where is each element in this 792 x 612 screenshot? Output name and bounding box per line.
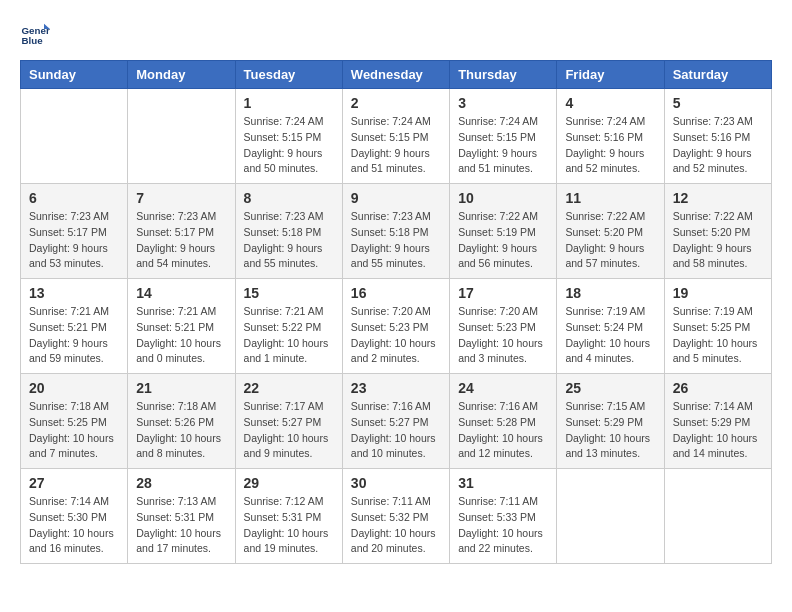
day-number: 6: [29, 190, 119, 206]
day-number: 12: [673, 190, 763, 206]
day-number: 22: [244, 380, 334, 396]
day-number: 26: [673, 380, 763, 396]
day-info: Sunrise: 7:12 AM Sunset: 5:31 PM Dayligh…: [244, 494, 334, 557]
calendar-week-5: 27Sunrise: 7:14 AM Sunset: 5:30 PM Dayli…: [21, 469, 772, 564]
calendar-cell: 15Sunrise: 7:21 AM Sunset: 5:22 PM Dayli…: [235, 279, 342, 374]
day-info: Sunrise: 7:20 AM Sunset: 5:23 PM Dayligh…: [458, 304, 548, 367]
day-number: 14: [136, 285, 226, 301]
day-number: 4: [565, 95, 655, 111]
day-number: 10: [458, 190, 548, 206]
calendar-week-2: 6Sunrise: 7:23 AM Sunset: 5:17 PM Daylig…: [21, 184, 772, 279]
day-info: Sunrise: 7:20 AM Sunset: 5:23 PM Dayligh…: [351, 304, 441, 367]
calendar-cell: 19Sunrise: 7:19 AM Sunset: 5:25 PM Dayli…: [664, 279, 771, 374]
day-info: Sunrise: 7:22 AM Sunset: 5:19 PM Dayligh…: [458, 209, 548, 272]
calendar-cell: 7Sunrise: 7:23 AM Sunset: 5:17 PM Daylig…: [128, 184, 235, 279]
day-number: 15: [244, 285, 334, 301]
col-header-tuesday: Tuesday: [235, 61, 342, 89]
day-number: 25: [565, 380, 655, 396]
day-info: Sunrise: 7:24 AM Sunset: 5:16 PM Dayligh…: [565, 114, 655, 177]
calendar-cell: 25Sunrise: 7:15 AM Sunset: 5:29 PM Dayli…: [557, 374, 664, 469]
day-info: Sunrise: 7:23 AM Sunset: 5:17 PM Dayligh…: [29, 209, 119, 272]
col-header-wednesday: Wednesday: [342, 61, 449, 89]
day-number: 17: [458, 285, 548, 301]
calendar-cell: 10Sunrise: 7:22 AM Sunset: 5:19 PM Dayli…: [450, 184, 557, 279]
day-number: 1: [244, 95, 334, 111]
calendar-cell: 14Sunrise: 7:21 AM Sunset: 5:21 PM Dayli…: [128, 279, 235, 374]
calendar-cell: 27Sunrise: 7:14 AM Sunset: 5:30 PM Dayli…: [21, 469, 128, 564]
day-number: 5: [673, 95, 763, 111]
day-info: Sunrise: 7:14 AM Sunset: 5:30 PM Dayligh…: [29, 494, 119, 557]
calendar-cell: 1Sunrise: 7:24 AM Sunset: 5:15 PM Daylig…: [235, 89, 342, 184]
calendar-cell: 13Sunrise: 7:21 AM Sunset: 5:21 PM Dayli…: [21, 279, 128, 374]
calendar-cell: 3Sunrise: 7:24 AM Sunset: 5:15 PM Daylig…: [450, 89, 557, 184]
day-number: 24: [458, 380, 548, 396]
calendar-cell: 11Sunrise: 7:22 AM Sunset: 5:20 PM Dayli…: [557, 184, 664, 279]
day-info: Sunrise: 7:21 AM Sunset: 5:21 PM Dayligh…: [136, 304, 226, 367]
col-header-saturday: Saturday: [664, 61, 771, 89]
day-info: Sunrise: 7:19 AM Sunset: 5:24 PM Dayligh…: [565, 304, 655, 367]
calendar-cell: 9Sunrise: 7:23 AM Sunset: 5:18 PM Daylig…: [342, 184, 449, 279]
day-info: Sunrise: 7:17 AM Sunset: 5:27 PM Dayligh…: [244, 399, 334, 462]
calendar-cell: [21, 89, 128, 184]
calendar-cell: [557, 469, 664, 564]
svg-text:Blue: Blue: [22, 35, 44, 46]
calendar-cell: 17Sunrise: 7:20 AM Sunset: 5:23 PM Dayli…: [450, 279, 557, 374]
calendar-cell: 4Sunrise: 7:24 AM Sunset: 5:16 PM Daylig…: [557, 89, 664, 184]
day-number: 7: [136, 190, 226, 206]
day-info: Sunrise: 7:24 AM Sunset: 5:15 PM Dayligh…: [458, 114, 548, 177]
day-number: 30: [351, 475, 441, 491]
col-header-thursday: Thursday: [450, 61, 557, 89]
col-header-sunday: Sunday: [21, 61, 128, 89]
day-info: Sunrise: 7:19 AM Sunset: 5:25 PM Dayligh…: [673, 304, 763, 367]
calendar-cell: 24Sunrise: 7:16 AM Sunset: 5:28 PM Dayli…: [450, 374, 557, 469]
day-number: 23: [351, 380, 441, 396]
day-info: Sunrise: 7:24 AM Sunset: 5:15 PM Dayligh…: [244, 114, 334, 177]
day-info: Sunrise: 7:22 AM Sunset: 5:20 PM Dayligh…: [565, 209, 655, 272]
day-info: Sunrise: 7:22 AM Sunset: 5:20 PM Dayligh…: [673, 209, 763, 272]
calendar-cell: 26Sunrise: 7:14 AM Sunset: 5:29 PM Dayli…: [664, 374, 771, 469]
calendar-cell: 29Sunrise: 7:12 AM Sunset: 5:31 PM Dayli…: [235, 469, 342, 564]
day-info: Sunrise: 7:23 AM Sunset: 5:17 PM Dayligh…: [136, 209, 226, 272]
day-info: Sunrise: 7:18 AM Sunset: 5:26 PM Dayligh…: [136, 399, 226, 462]
logo-icon: General Blue: [20, 20, 50, 50]
calendar-week-4: 20Sunrise: 7:18 AM Sunset: 5:25 PM Dayli…: [21, 374, 772, 469]
day-number: 21: [136, 380, 226, 396]
day-number: 18: [565, 285, 655, 301]
day-number: 20: [29, 380, 119, 396]
day-info: Sunrise: 7:18 AM Sunset: 5:25 PM Dayligh…: [29, 399, 119, 462]
calendar-cell: [664, 469, 771, 564]
day-info: Sunrise: 7:14 AM Sunset: 5:29 PM Dayligh…: [673, 399, 763, 462]
calendar-cell: 23Sunrise: 7:16 AM Sunset: 5:27 PM Dayli…: [342, 374, 449, 469]
calendar-cell: 6Sunrise: 7:23 AM Sunset: 5:17 PM Daylig…: [21, 184, 128, 279]
calendar-cell: 22Sunrise: 7:17 AM Sunset: 5:27 PM Dayli…: [235, 374, 342, 469]
col-header-friday: Friday: [557, 61, 664, 89]
day-info: Sunrise: 7:24 AM Sunset: 5:15 PM Dayligh…: [351, 114, 441, 177]
calendar-week-1: 1Sunrise: 7:24 AM Sunset: 5:15 PM Daylig…: [21, 89, 772, 184]
calendar-cell: 21Sunrise: 7:18 AM Sunset: 5:26 PM Dayli…: [128, 374, 235, 469]
day-info: Sunrise: 7:11 AM Sunset: 5:32 PM Dayligh…: [351, 494, 441, 557]
day-number: 13: [29, 285, 119, 301]
day-number: 9: [351, 190, 441, 206]
calendar-cell: 16Sunrise: 7:20 AM Sunset: 5:23 PM Dayli…: [342, 279, 449, 374]
calendar-cell: 30Sunrise: 7:11 AM Sunset: 5:32 PM Dayli…: [342, 469, 449, 564]
day-info: Sunrise: 7:23 AM Sunset: 5:16 PM Dayligh…: [673, 114, 763, 177]
day-number: 3: [458, 95, 548, 111]
day-info: Sunrise: 7:16 AM Sunset: 5:28 PM Dayligh…: [458, 399, 548, 462]
day-number: 19: [673, 285, 763, 301]
day-number: 29: [244, 475, 334, 491]
day-number: 16: [351, 285, 441, 301]
calendar-week-3: 13Sunrise: 7:21 AM Sunset: 5:21 PM Dayli…: [21, 279, 772, 374]
day-info: Sunrise: 7:23 AM Sunset: 5:18 PM Dayligh…: [244, 209, 334, 272]
day-info: Sunrise: 7:11 AM Sunset: 5:33 PM Dayligh…: [458, 494, 548, 557]
calendar-cell: 31Sunrise: 7:11 AM Sunset: 5:33 PM Dayli…: [450, 469, 557, 564]
calendar-table: SundayMondayTuesdayWednesdayThursdayFrid…: [20, 60, 772, 564]
day-number: 27: [29, 475, 119, 491]
calendar-cell: 2Sunrise: 7:24 AM Sunset: 5:15 PM Daylig…: [342, 89, 449, 184]
day-info: Sunrise: 7:16 AM Sunset: 5:27 PM Dayligh…: [351, 399, 441, 462]
calendar-cell: 28Sunrise: 7:13 AM Sunset: 5:31 PM Dayli…: [128, 469, 235, 564]
day-info: Sunrise: 7:21 AM Sunset: 5:21 PM Dayligh…: [29, 304, 119, 367]
calendar-cell: 12Sunrise: 7:22 AM Sunset: 5:20 PM Dayli…: [664, 184, 771, 279]
day-number: 31: [458, 475, 548, 491]
calendar-cell: 5Sunrise: 7:23 AM Sunset: 5:16 PM Daylig…: [664, 89, 771, 184]
calendar-cell: [128, 89, 235, 184]
